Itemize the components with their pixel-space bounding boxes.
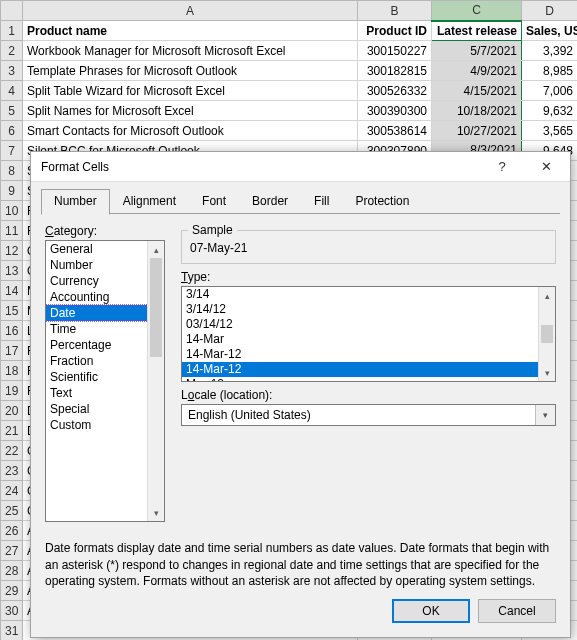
- cell[interactable]: Split Names for Microsoft Excel: [23, 101, 358, 121]
- cell[interactable]: Product ID: [358, 21, 432, 41]
- format-description: Date formats display date and time seria…: [31, 528, 570, 595]
- cell[interactable]: 3,392: [522, 41, 578, 61]
- row-header[interactable]: 2: [1, 41, 23, 61]
- cell[interactable]: 300182815: [358, 61, 432, 81]
- tab-fill[interactable]: Fill: [301, 189, 342, 215]
- dialog-tabs: NumberAlignmentFontBorderFillProtection: [31, 182, 570, 214]
- cell[interactable]: 300150227: [358, 41, 432, 61]
- close-button[interactable]: ✕: [524, 153, 568, 181]
- dialog-title: Format Cells: [41, 160, 480, 174]
- row-header[interactable]: 30: [1, 601, 23, 621]
- scroll-down-icon[interactable]: ▾: [148, 504, 164, 521]
- row-header[interactable]: 12: [1, 241, 23, 261]
- scroll-up-icon[interactable]: ▴: [148, 241, 164, 258]
- row-header[interactable]: 25: [1, 501, 23, 521]
- scrollbar[interactable]: ▴ ▾: [147, 241, 164, 521]
- locale-combobox[interactable]: English (United States) ▾: [181, 404, 556, 426]
- type-item[interactable]: 14-Mar: [182, 332, 555, 347]
- row-header[interactable]: 3: [1, 61, 23, 81]
- format-cells-dialog: Format Cells ? ✕ NumberAlignmentFontBord…: [30, 151, 571, 638]
- type-item[interactable]: Mar-12: [182, 377, 555, 382]
- dialog-titlebar[interactable]: Format Cells ? ✕: [31, 152, 570, 182]
- sample-legend: Sample: [188, 223, 237, 237]
- row-header[interactable]: 13: [1, 261, 23, 281]
- type-item[interactable]: 14-Mar-12: [182, 362, 555, 377]
- scrollbar[interactable]: ▴ ▾: [538, 287, 555, 381]
- row-header[interactable]: 22: [1, 441, 23, 461]
- scroll-up-icon[interactable]: ▴: [539, 287, 555, 304]
- cell[interactable]: 300390300: [358, 101, 432, 121]
- row-header[interactable]: 1: [1, 21, 23, 41]
- row-header[interactable]: 21: [1, 421, 23, 441]
- row-header[interactable]: 11: [1, 221, 23, 241]
- cell[interactable]: Smart Contacts for Microsoft Outlook: [23, 121, 358, 141]
- cell[interactable]: Latest release: [432, 21, 522, 41]
- cancel-button[interactable]: Cancel: [478, 599, 556, 623]
- cell[interactable]: 4/9/2021: [432, 61, 522, 81]
- table-row: 4Split Table Wizard for Microsoft Excel3…: [1, 81, 578, 101]
- cell[interactable]: 3,565: [522, 121, 578, 141]
- row-header[interactable]: 27: [1, 541, 23, 561]
- cell[interactable]: Template Phrases for Microsoft Outlook: [23, 61, 358, 81]
- row-header[interactable]: 19: [1, 381, 23, 401]
- col-header-A[interactable]: A: [23, 1, 358, 21]
- chevron-down-icon[interactable]: ▾: [535, 405, 555, 425]
- type-label: Type:: [181, 270, 556, 284]
- type-item[interactable]: 14-Mar-12: [182, 347, 555, 362]
- category-label: Category:: [45, 224, 165, 238]
- row-header[interactable]: 17: [1, 341, 23, 361]
- ok-button[interactable]: OK: [392, 599, 470, 623]
- row-header[interactable]: 10: [1, 201, 23, 221]
- row-header[interactable]: 29: [1, 581, 23, 601]
- row-header[interactable]: 5: [1, 101, 23, 121]
- row-header[interactable]: 23: [1, 461, 23, 481]
- cell[interactable]: Sales, USD: [522, 21, 578, 41]
- row-header[interactable]: 9: [1, 181, 23, 201]
- row-header[interactable]: 7: [1, 141, 23, 161]
- type-item[interactable]: 03/14/12: [182, 317, 555, 332]
- sample-groupbox: Sample 07-May-21: [181, 230, 556, 264]
- cell[interactable]: 10/27/2021: [432, 121, 522, 141]
- row-header[interactable]: 28: [1, 561, 23, 581]
- cell[interactable]: Workbook Manager for Microsoft Microsoft…: [23, 41, 358, 61]
- select-all-corner[interactable]: [1, 1, 23, 21]
- cell[interactable]: 300538614: [358, 121, 432, 141]
- tab-alignment[interactable]: Alignment: [110, 189, 189, 215]
- row-header[interactable]: 31: [1, 621, 23, 641]
- row-header[interactable]: 8: [1, 161, 23, 181]
- cell[interactable]: Split Table Wizard for Microsoft Excel: [23, 81, 358, 101]
- col-header-B[interactable]: B: [358, 1, 432, 21]
- type-item[interactable]: 3/14: [182, 287, 555, 302]
- row-header[interactable]: 18: [1, 361, 23, 381]
- cell[interactable]: 10/18/2021: [432, 101, 522, 121]
- row-header[interactable]: 14: [1, 281, 23, 301]
- row-header[interactable]: 15: [1, 301, 23, 321]
- col-header-C[interactable]: C: [432, 1, 522, 21]
- cell[interactable]: Product name: [23, 21, 358, 41]
- sample-value: 07-May-21: [190, 241, 547, 255]
- row-header[interactable]: 24: [1, 481, 23, 501]
- cell[interactable]: 5/7/2021: [432, 41, 522, 61]
- type-item[interactable]: 3/14/12: [182, 302, 555, 317]
- row-header[interactable]: 16: [1, 321, 23, 341]
- cell[interactable]: 7,006: [522, 81, 578, 101]
- tab-protection[interactable]: Protection: [342, 189, 422, 215]
- tab-number[interactable]: Number: [41, 189, 110, 215]
- scroll-down-icon[interactable]: ▾: [539, 364, 555, 381]
- row-header[interactable]: 26: [1, 521, 23, 541]
- tab-border[interactable]: Border: [239, 189, 301, 215]
- cell[interactable]: 8,985: [522, 61, 578, 81]
- col-header-D[interactable]: D: [522, 1, 578, 21]
- row-header[interactable]: 20: [1, 401, 23, 421]
- table-row: 6Smart Contacts for Microsoft Outlook300…: [1, 121, 578, 141]
- category-listbox[interactable]: GeneralNumberCurrencyAccountingDateTimeP…: [45, 240, 165, 522]
- cell[interactable]: 300526332: [358, 81, 432, 101]
- locale-label: Locale (location):: [181, 388, 556, 402]
- help-button[interactable]: ?: [480, 153, 524, 181]
- row-header[interactable]: 4: [1, 81, 23, 101]
- row-header[interactable]: 6: [1, 121, 23, 141]
- cell[interactable]: 9,632: [522, 101, 578, 121]
- cell[interactable]: 4/15/2021: [432, 81, 522, 101]
- type-listbox[interactable]: 3/143/14/1203/14/1214-Mar14-Mar-1214-Mar…: [181, 286, 556, 382]
- tab-font[interactable]: Font: [189, 189, 239, 215]
